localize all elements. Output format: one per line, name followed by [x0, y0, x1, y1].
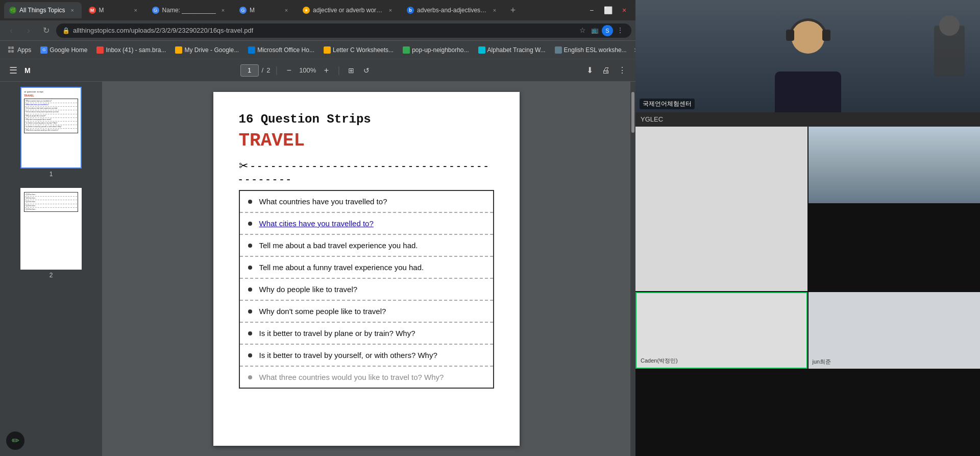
- tab-close-5[interactable]: ×: [386, 6, 395, 14]
- star-icon[interactable]: ☆: [577, 25, 587, 35]
- bookmark-esl-label: English ESL workshe...: [564, 46, 627, 54]
- pdf-zoom-controls: − 100% +: [283, 64, 332, 77]
- tab-favicon-6: b: [407, 7, 414, 14]
- pdf-zoom-in-button[interactable]: +: [320, 64, 332, 77]
- pdf-total-pages: 2: [266, 66, 270, 74]
- pdf-page-controls: / 2 | − 100% + | ⊞ ↺: [240, 64, 373, 77]
- tab-allthingstopics[interactable]: 🌿 All Things Topics ×: [4, 2, 82, 18]
- pdf-thumbnail-2[interactable]: • Q10 line here... • Q11 line here... • …: [20, 188, 82, 279]
- pdf-separator-1: |: [275, 65, 278, 76]
- minimize-button[interactable]: −: [584, 3, 599, 17]
- question-item-2: What cities have you travelled to?: [240, 213, 493, 235]
- tab-favicon-3: G: [152, 7, 159, 14]
- pdf-download-button[interactable]: ⬇: [582, 63, 597, 78]
- participant-grid: Caden(박정민) jun최준: [635, 127, 980, 456]
- bookmark-letter-c[interactable]: Letter C Worksheets...: [320, 44, 398, 56]
- tab-gmail-2[interactable]: G M ×: [234, 2, 296, 18]
- window-controls: − ⬜ ×: [584, 3, 631, 17]
- pdf-page-title: 16 Question Strips: [239, 112, 494, 126]
- q-text-6: Why don't some people like to travel?: [259, 307, 386, 316]
- q-text-7: Is it better to travel by plane or by tr…: [259, 329, 415, 338]
- q-bullet-8: [248, 353, 252, 357]
- bookmark-my-drive[interactable]: My Drive - Google...: [171, 44, 243, 56]
- question-item-1: What countries have you travelled to?: [240, 191, 493, 213]
- bookmark-microsoft[interactable]: Microsoft Office Ho...: [244, 44, 318, 56]
- question-item-7: Is it better to travel by plane or by tr…: [240, 323, 493, 345]
- q-text-8: Is it better to travel by yourself, or w…: [259, 351, 437, 359]
- bookmark-my-drive-label: My Drive - Google...: [184, 46, 239, 54]
- main-video-label: 국제언어체험센터: [640, 99, 695, 109]
- pdf-menu-button[interactable]: ☰: [6, 63, 20, 78]
- bookmark-esl[interactable]: English ESL workshe...: [551, 44, 631, 56]
- pdf-rotate-button[interactable]: ↺: [360, 64, 373, 77]
- tab-adverbs[interactable]: b adverbs-and-adjectives.p... ×: [402, 2, 504, 18]
- pdf-zoom-out-button[interactable]: −: [283, 64, 295, 77]
- pdf-page-subtitle: TRAVEL: [239, 130, 494, 151]
- bookmark-letter-c-label: Letter C Worksheets...: [333, 46, 394, 54]
- bookmark-inbox[interactable]: Inbox (41) - sam.bra...: [92, 44, 170, 56]
- more-bookmarks-button[interactable]: ≫: [632, 44, 635, 56]
- pdf-thumbnail-1[interactable]: 16 Question Strips TRAVEL • What countri…: [20, 87, 82, 178]
- tab-name[interactable]: G Name: __________ ×: [147, 2, 232, 18]
- tab-close-3[interactable]: ×: [219, 6, 227, 14]
- new-tab-button[interactable]: +: [506, 3, 520, 17]
- pdf-thumb-num-1: 1: [20, 171, 82, 178]
- tab-adjective[interactable]: ★ adjective or adverb works... ×: [298, 2, 400, 18]
- back-button[interactable]: ‹: [4, 23, 18, 38]
- q-bullet-6: [248, 309, 252, 314]
- pdf-print-button[interactable]: 🖨: [599, 63, 613, 78]
- q-text-4: Tell me about a funny travel experience …: [259, 263, 424, 272]
- tab-label-1: All Things Topics: [19, 7, 65, 14]
- profile-icon[interactable]: S: [602, 25, 613, 36]
- pdf-scroll-thumb[interactable]: [631, 92, 634, 133]
- tab-close-6[interactable]: ×: [491, 6, 499, 14]
- browser-window: 🌿 All Things Topics × M M × G Name: ____…: [0, 0, 635, 456]
- bookmark-apps[interactable]: Apps: [4, 44, 35, 56]
- pdf-main-view[interactable]: 16 Question Strips TRAVEL ✂ - - - - - - …: [102, 82, 630, 456]
- maximize-button[interactable]: ⬜: [601, 3, 615, 17]
- pdf-thumb-num-2: 2: [20, 272, 82, 279]
- bookmark-popup-label: pop-up-neighborho...: [412, 46, 469, 54]
- q-text-9: What three countries would you like to t…: [259, 373, 444, 381]
- bookmark-alphabet[interactable]: Alphabet Tracing W...: [474, 44, 550, 56]
- drive-icon: [175, 46, 182, 54]
- tab-favicon-2: M: [89, 7, 96, 14]
- forward-button[interactable]: ›: [21, 23, 36, 38]
- url-text: allthingstopics.com/uploads/2/3/2/9/2329…: [73, 27, 253, 34]
- bookmark-google-home[interactable]: G Google Home: [36, 44, 91, 56]
- q-bullet-7: [248, 331, 252, 335]
- close-button[interactable]: ×: [617, 3, 631, 17]
- pdf-viewer: ☰ M / 2 | − 100% + | ⊞ ↺ ⬇ 🖨 ⋮: [0, 59, 635, 456]
- reload-button[interactable]: ↻: [39, 23, 53, 38]
- tab-label-5: adjective or adverb works...: [313, 7, 383, 14]
- participant-yglec-cell: [635, 127, 807, 291]
- pdf-thumbnail-sidebar: 16 Question Strips TRAVEL • What countri…: [0, 82, 102, 456]
- menu-icon[interactable]: ⋮: [615, 25, 625, 35]
- tab-favicon-4: G: [239, 7, 247, 14]
- tab-close-1[interactable]: ×: [68, 6, 77, 14]
- pdf-page-input[interactable]: [240, 64, 259, 77]
- jun-name: jun최준: [813, 358, 831, 366]
- tab-gmail-1[interactable]: M M ×: [84, 2, 145, 18]
- thumb-page-2-content: • Q10 line here... • Q11 line here... • …: [21, 189, 81, 215]
- pdf-fit-button[interactable]: ⊞: [345, 64, 357, 77]
- url-bar[interactable]: 🔒 allthingstopics.com/uploads/2/3/2/9/23…: [56, 23, 631, 38]
- pdf-page-separator: /: [262, 66, 264, 74]
- tab-close-2[interactable]: ×: [132, 6, 140, 14]
- q-text-5: Why do people like to travel?: [259, 285, 358, 294]
- caden-name: Caden(박정민): [641, 357, 678, 365]
- pdf-scrollbar[interactable]: [630, 82, 635, 456]
- popup-icon: [403, 46, 410, 54]
- microsoft-icon: [248, 46, 255, 54]
- pdf-more-button[interactable]: ⋮: [615, 63, 629, 78]
- q-text-3: Tell me about a bad travel experience yo…: [259, 241, 418, 250]
- q-bullet-9: [248, 375, 252, 379]
- tab-label-6: adverbs-and-adjectives.p...: [417, 7, 487, 14]
- pdf-right-buttons: ⬇ 🖨 ⋮: [582, 63, 629, 78]
- tab-close-4[interactable]: ×: [282, 6, 290, 14]
- chrome-cast-icon[interactable]: 📺: [590, 25, 600, 35]
- tab-favicon-1: 🌿: [9, 7, 16, 14]
- bookmark-popup[interactable]: pop-up-neighborho...: [399, 44, 473, 56]
- draw-annotation-button[interactable]: ✏: [6, 431, 24, 450]
- q-bullet-5: [248, 287, 252, 292]
